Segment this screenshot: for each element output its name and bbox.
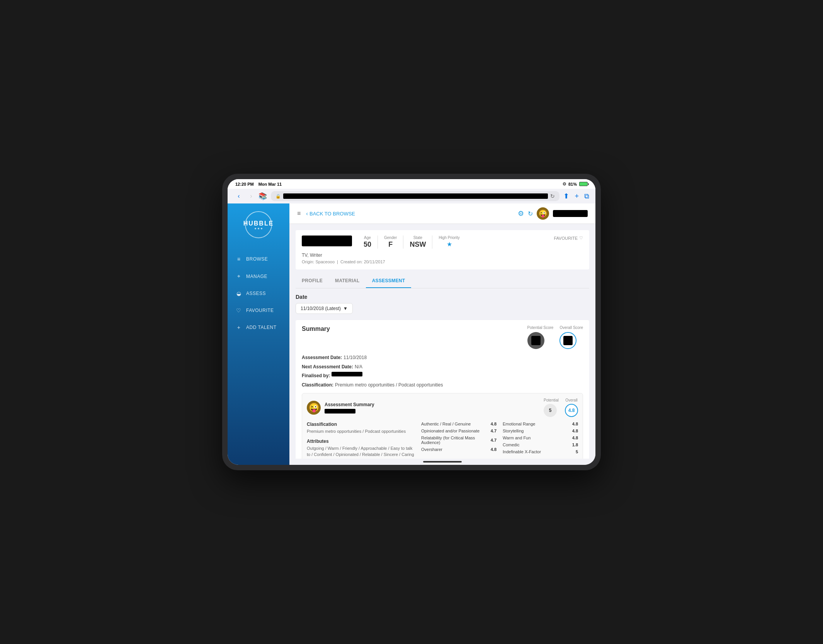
meta-gender: Gender F	[378, 236, 403, 249]
tab-profile[interactable]: PROFILE	[296, 274, 329, 288]
card-scores: Potential 5 Overall 4.8	[544, 398, 578, 417]
sidebar-item-add-talent[interactable]: + ADD TALENT	[228, 320, 289, 335]
assessor-name-redacted	[325, 409, 355, 414]
overall-score-circle	[559, 332, 576, 349]
scores-left: Authentic / Real / Genuine4.8Opinionated…	[421, 422, 497, 459]
browse-label: BROWSE	[246, 256, 268, 262]
hamburger-icon[interactable]: ≡	[297, 210, 301, 217]
profile-tabs: PROFILE MATERIAL ASSESSMENT	[296, 274, 589, 288]
sidebar-item-favourite[interactable]: ♡ FAVOURITE	[228, 303, 289, 318]
profile-meta: Age 50 Gender F State NSW	[357, 236, 548, 249]
next-assessment-row: Next Assessment Date: N/A	[302, 363, 583, 371]
card-overall-col: Overall 4.8	[565, 398, 578, 417]
assessor-info: 😜 Assessment Summary	[307, 401, 374, 415]
meta-state: State NSW	[403, 236, 432, 249]
assessor-avatar: 😜	[307, 401, 321, 415]
bottom-bar	[289, 459, 595, 465]
priority-star-icon: ★	[447, 241, 452, 248]
score-row: Indefinable X-Factor5	[503, 449, 578, 454]
date-dropdown[interactable]: 11/10/2018 (Latest) ▼	[296, 303, 353, 314]
dropdown-chevron-icon: ▼	[343, 306, 348, 311]
bookmark-button[interactable]: 📚	[258, 192, 267, 200]
share-button[interactable]: ⬆	[563, 192, 569, 200]
sidebar-item-browse[interactable]: ≡ BROWSE	[228, 251, 289, 267]
card-overall-circle: 4.8	[565, 404, 578, 417]
add-talent-icon: +	[235, 324, 242, 330]
address-bar[interactable]: 🔒 ↻	[271, 191, 559, 201]
priority-label: High Priority	[439, 236, 459, 240]
classification-section-text: Premium metro opportunities / Podcast op…	[307, 428, 415, 435]
favourite-button[interactable]: FAVOURITE ♡	[554, 236, 583, 241]
manage-label: MANAGE	[246, 274, 267, 279]
overall-score-inner	[563, 336, 573, 345]
device-screen: 12:20 PM Mon Mar 11 ⊙ 81% ‹ › 📚 🔒 ↻	[228, 179, 595, 465]
back-button[interactable]: ‹	[234, 191, 244, 201]
browser-nav: ‹ › 📚	[234, 191, 267, 201]
favourite-label: FAVOURITE	[246, 308, 274, 313]
meta-age: Age 50	[357, 236, 378, 249]
summary-header: Summary Potential Score	[302, 325, 583, 349]
state-value: NSW	[410, 241, 426, 249]
top-nav-right: ⚙ ↻ 😜	[518, 207, 588, 220]
tab-material[interactable]: MATERIAL	[329, 274, 366, 288]
assessment-date-value: 11/10/2018	[343, 354, 367, 362]
next-assessment-label: Next Assessment Date:	[302, 363, 353, 371]
summary-title: Summary	[302, 325, 330, 332]
date: Mon Mar 11	[258, 182, 282, 186]
assessment-date-row: Assessment Date: 11/10/2018	[302, 354, 583, 362]
assessment-details-grid: Classification Premium metro opportuniti…	[307, 422, 578, 459]
potential-score-col: Potential Score	[527, 325, 554, 349]
gear-icon[interactable]: ⚙	[518, 209, 524, 218]
meta-priority: High Priority ★	[432, 236, 466, 248]
potential-score-inner	[531, 336, 541, 345]
sidebar-item-manage[interactable]: ⌖ MANAGE	[228, 268, 289, 284]
status-bar: 12:20 PM Mon Mar 11 ⊙ 81%	[228, 179, 595, 189]
back-to-browse-button[interactable]: ‹ BACK TO BROWSE	[306, 210, 355, 217]
card-potential-value: 5	[549, 408, 552, 413]
finalised-row: Finalised by:	[302, 372, 583, 380]
classification-section-title: Classification	[307, 422, 415, 427]
assessment-card: 😜 Assessment Summary Potential	[302, 393, 583, 459]
next-assessment-value: N/A	[355, 363, 362, 371]
score-row: Authentic / Real / Genuine4.8	[421, 422, 497, 426]
assessment-date-label: Assessment Date:	[302, 354, 342, 362]
tab-assessment[interactable]: ASSESSMENT	[366, 274, 412, 288]
logo-text: HUBBLE	[243, 220, 274, 229]
state-label: State	[413, 236, 422, 240]
assessor-details: Assessment Summary	[325, 402, 374, 414]
scroll-content[interactable]: Age 50 Gender F State NSW	[289, 224, 595, 459]
tabs-button[interactable]: ⧉	[584, 192, 589, 200]
score-row: Emotional Range4.8	[503, 422, 578, 426]
username-block	[553, 210, 588, 217]
card-potential-circle: 5	[544, 404, 557, 417]
sidebar: HUBBLE ≡ BROWSE	[228, 203, 289, 465]
summary-section: Summary Potential Score	[296, 320, 589, 459]
browser-actions: ⬆ + ⧉	[563, 192, 589, 200]
assess-icon: ◒	[235, 290, 242, 297]
sidebar-item-assess[interactable]: ◒ ASSESS	[228, 286, 289, 301]
logo-dots	[243, 228, 274, 229]
refresh-icon[interactable]: ↻	[550, 193, 555, 199]
age-value: 50	[364, 241, 371, 249]
lock-icon: 🔒	[275, 194, 281, 199]
attributes-text: Outgoing / Warm / Friendly / Approachabl…	[307, 445, 415, 459]
overall-score-label: Overall Score	[559, 325, 583, 330]
classification-value: Premium metro opportunities / Podcast op…	[335, 381, 443, 390]
profile-name-redacted	[302, 236, 352, 246]
card-potential-label: Potential	[544, 398, 559, 402]
forward-button[interactable]: ›	[246, 191, 256, 201]
add-talent-label: ADD TALENT	[246, 325, 277, 330]
browser-bar: ‹ › 📚 🔒 ↻ ⬆ + ⧉	[228, 189, 595, 203]
refresh-nav-icon[interactable]: ↻	[528, 210, 533, 217]
user-avatar[interactable]: 😜	[537, 207, 549, 220]
card-overall-value: 4.8	[568, 408, 575, 413]
battery-pct: 81%	[568, 182, 577, 186]
date-value: 11/10/2018 (Latest)	[301, 306, 341, 311]
address-url	[283, 193, 548, 199]
profile-role: TV, Writer	[302, 253, 583, 258]
add-tab-button[interactable]: +	[575, 192, 579, 200]
nav-items: ≡ BROWSE ⌖ MANAGE ◒ ASSESS ♡ FAVOURITE	[228, 251, 289, 335]
score-columns: Potential Score Overall Score	[527, 325, 583, 349]
profile-header: Age 50 Gender F State NSW	[296, 230, 589, 269]
potential-score-circle	[527, 332, 544, 349]
